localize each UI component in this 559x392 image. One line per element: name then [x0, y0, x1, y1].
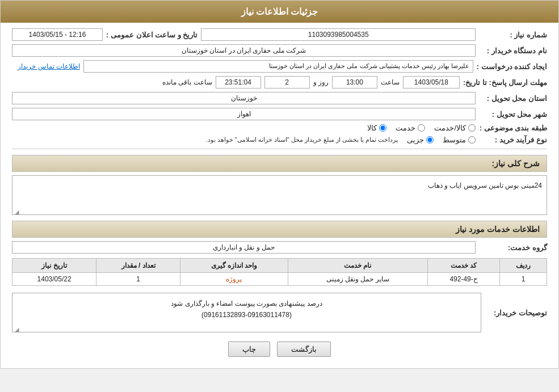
creator-row: ایجاد کننده درخواست : علیرضا بهادر رئیس … — [12, 60, 547, 73]
category-option-khedmat[interactable]: خدمت — [396, 124, 425, 132]
content-area: شماره نیاز : 1103093985004535 تاریخ و سا… — [1, 23, 558, 368]
back-button[interactable]: بازگشت — [277, 342, 331, 357]
creator-value: علیرضا بهادر رئیس خدمات پشتیبانی شرکت مل… — [83, 60, 473, 73]
buyer-org-row: نام دستگاه خریدار : شرکت ملی حفاری ایران… — [12, 44, 547, 57]
service-group-row: گروه خدمت: حمل و نقل و انبارداری — [12, 241, 547, 254]
col-header-code: کد خدمت — [427, 259, 500, 273]
deadline-time: 13:00 — [332, 76, 377, 88]
delivery-city-row: شهر محل تحویل : اهواز — [12, 108, 547, 120]
deadline-day-label: روز و — [313, 78, 329, 86]
col-header-qty: تعداد / مقدار — [96, 259, 180, 273]
print-button[interactable]: چاپ — [228, 342, 270, 357]
category-row: طبقه بندی موضوعی : کالا/خدمت خدمت کالا — [12, 124, 547, 132]
col-header-unit: واحد اندازه گیری — [180, 259, 288, 273]
purchase-type-option-motawaset[interactable]: متوسط — [443, 136, 476, 144]
purchase-type-note: پرداخت تمام یا بخشی از مبلغ خریداز محل "… — [205, 136, 398, 144]
cell-qty: 1 — [96, 273, 180, 286]
table-row: 1 ح-49-492 سایر حمل ونقل زمینی پروژه 1 1… — [12, 273, 547, 286]
need-number-value: 1103093985004535 — [201, 28, 476, 41]
table-header-row: ردیف کد خدمت نام خدمت واحد اندازه گیری ت… — [12, 259, 547, 273]
contact-link[interactable]: اطلاعات تماس خریدار — [12, 62, 80, 70]
services-section-header: اطلاعات خدمات مورد نیاز — [12, 221, 547, 238]
buyer-org-value: شرکت ملی حفاری ایران در استان خوزستان — [12, 44, 476, 57]
delivery-province-value: خوزستان — [12, 92, 476, 104]
delivery-province-label: استان محل تحویل : — [479, 94, 547, 103]
buyer-notes-label: توصیحات خریدار: — [485, 309, 547, 317]
deadline-days: 2 — [264, 76, 310, 88]
cell-row: 1 — [500, 273, 547, 286]
buyer-notes-value: درصد پیشنهادی بصورت پیوست امضاء و بارگذا… — [17, 298, 476, 321]
purchase-type-radio-motawaset[interactable] — [468, 136, 476, 144]
buyer-notes-row: توصیحات خریدار: درصد پیشنهادی بصورت پیوس… — [12, 293, 547, 332]
category-radio-group: کالا/خدمت خدمت کالا — [367, 124, 476, 132]
purchase-type-radio-group: متوسط جزیی — [407, 136, 476, 144]
announce-date-value: 1403/05/15 - 12:16 — [12, 28, 103, 41]
purchase-type-label-motawaset: متوسط — [443, 136, 466, 144]
purchase-type-label: نوع فرآیند خرید : — [479, 136, 547, 144]
need-description-value: 24مینی بوس تامین سرویس ایاب و ذهاب — [428, 182, 542, 189]
creator-label: ایجاد کننده درخواست : — [477, 62, 547, 71]
category-radio-khedmat[interactable] — [418, 124, 425, 132]
page-wrapper: جزئیات اطلاعات نیاز شماره نیاز : 1103093… — [0, 0, 559, 369]
need-description-box: 24مینی بوس تامین سرویس ایاب و ذهاب ◢ — [12, 175, 547, 215]
buyer-org-label: نام دستگاه خریدار : — [479, 47, 547, 55]
deadline-remaining-label: ساعت باقی مانده — [162, 78, 212, 86]
cell-date: 1403/05/22 — [12, 273, 96, 286]
category-radio-kala[interactable] — [379, 124, 386, 132]
deadline-date: 1403/05/18 — [403, 76, 460, 88]
category-label-kala-khedmat: کالا/خدمت — [434, 124, 466, 132]
deadline-remaining: 23:51:04 — [216, 76, 261, 88]
col-header-name: نام خدمت — [288, 259, 427, 273]
delivery-province-row: استان محل تحویل : خوزستان — [12, 92, 547, 104]
services-table: ردیف کد خدمت نام خدمت واحد اندازه گیری ت… — [12, 258, 547, 286]
need-description-header: شرح کلی نیاز: — [12, 155, 547, 172]
need-number-row: شماره نیاز : 1103093985004535 تاریخ و سا… — [12, 28, 547, 41]
action-buttons-row: بازگشت چاپ — [12, 342, 547, 357]
col-header-date: تاریخ نیاز — [12, 259, 96, 273]
purchase-type-option-jozi[interactable]: جزیی — [407, 136, 434, 144]
resize-handle: ◢ — [14, 208, 19, 213]
cell-unit: پروژه — [180, 273, 288, 286]
need-description-row: 24مینی بوس تامین سرویس ایاب و ذهاب ◢ — [12, 175, 547, 215]
col-header-row: ردیف — [500, 259, 547, 273]
deadline-time-label: ساعت — [381, 78, 400, 86]
page-title: جزئیات اطلاعات نیاز — [1, 1, 558, 23]
need-number-label: شماره نیاز : — [479, 31, 547, 39]
category-label: طبقه بندی موضوعی : — [479, 124, 547, 132]
cell-name: سایر حمل ونقل زمینی — [288, 273, 427, 286]
category-radio-kala-khedmat[interactable] — [468, 124, 476, 132]
buyer-notes-box: درصد پیشنهادی بصورت پیوست امضاء و بارگذا… — [12, 293, 481, 332]
reply-deadline-label: مهلت ارسال پاسخ: تا تاریخ: — [463, 78, 547, 87]
category-label-khedmat: خدمت — [396, 124, 415, 132]
category-label-kala: کالا — [367, 124, 377, 132]
delivery-city-value: اهواز — [12, 108, 476, 120]
service-group-value: حمل و نقل و انبارداری — [12, 241, 476, 254]
service-group-label: گروه خدمت: — [479, 243, 547, 252]
reply-deadline-row: مهلت ارسال پاسخ: تا تاریخ: 1403/05/18 سا… — [12, 76, 547, 88]
purchase-type-row: نوع فرآیند خرید : متوسط جزیی پرداخت تمام… — [12, 136, 547, 144]
resize-handle-notes: ◢ — [14, 325, 19, 331]
category-option-kala-khedmat[interactable]: کالا/خدمت — [434, 124, 476, 132]
cell-code: ح-49-492 — [427, 273, 500, 286]
purchase-type-radio-jozi[interactable] — [426, 136, 434, 144]
category-option-kala[interactable]: کالا — [367, 124, 386, 132]
announce-date-label: تاریخ و ساعت اعلان عمومی : — [106, 31, 197, 39]
divider-1 — [12, 149, 547, 149]
delivery-city-label: شهر محل تحویل : — [479, 110, 547, 119]
purchase-type-label-jozi: جزیی — [407, 136, 424, 144]
